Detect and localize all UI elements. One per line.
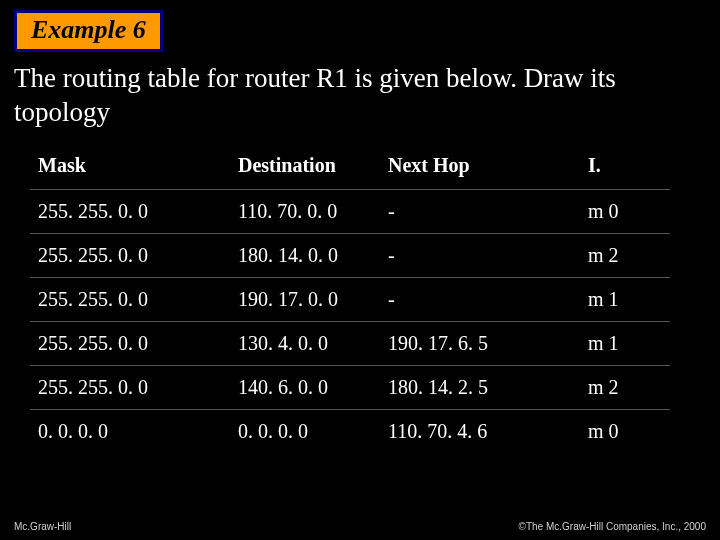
table-row: 255. 255. 0. 0 110. 70. 0. 0 - m 0 [30,190,670,234]
cell-mask: 255. 255. 0. 0 [30,190,230,234]
cell-next-hop: - [380,190,580,234]
col-interface: I. [580,146,670,190]
prompt-text: The routing table for router R1 is given… [14,62,706,130]
cell-destination: 130. 4. 0. 0 [230,322,380,366]
table-row: 255. 255. 0. 0 190. 17. 0. 0 - m 1 [30,278,670,322]
cell-interface: m 0 [580,190,670,234]
cell-mask: 0. 0. 0. 0 [30,410,230,454]
cell-interface: m 2 [580,366,670,410]
cell-destination: 190. 17. 0. 0 [230,278,380,322]
table-row: 0. 0. 0. 0 0. 0. 0. 0 110. 70. 4. 6 m 0 [30,410,670,454]
cell-interface: m 0 [580,410,670,454]
col-destination: Destination [230,146,380,190]
cell-interface: m 1 [580,278,670,322]
cell-mask: 255. 255. 0. 0 [30,322,230,366]
cell-interface: m 1 [580,322,670,366]
cell-next-hop: - [380,234,580,278]
table-row: 255. 255. 0. 0 130. 4. 0. 0 190. 17. 6. … [30,322,670,366]
routing-table: Mask Destination Next Hop I. 255. 255. 0… [30,146,670,453]
table-row: 255. 255. 0. 0 180. 14. 0. 0 - m 2 [30,234,670,278]
cell-destination: 0. 0. 0. 0 [230,410,380,454]
col-next-hop: Next Hop [380,146,580,190]
cell-next-hop: 180. 14. 2. 5 [380,366,580,410]
cell-interface: m 2 [580,234,670,278]
cell-next-hop: 190. 17. 6. 5 [380,322,580,366]
footer-left: Mc.Graw-Hill [14,521,71,532]
cell-destination: 180. 14. 0. 0 [230,234,380,278]
cell-next-hop: - [380,278,580,322]
table-header-row: Mask Destination Next Hop I. [30,146,670,190]
example-badge: Example 6 [14,10,163,52]
footer-right: ©The Mc.Graw-Hill Companies, Inc., 2000 [519,521,706,532]
cell-next-hop: 110. 70. 4. 6 [380,410,580,454]
table-row: 255. 255. 0. 0 140. 6. 0. 0 180. 14. 2. … [30,366,670,410]
cell-destination: 110. 70. 0. 0 [230,190,380,234]
cell-mask: 255. 255. 0. 0 [30,278,230,322]
col-mask: Mask [30,146,230,190]
cell-mask: 255. 255. 0. 0 [30,366,230,410]
cell-destination: 140. 6. 0. 0 [230,366,380,410]
cell-mask: 255. 255. 0. 0 [30,234,230,278]
